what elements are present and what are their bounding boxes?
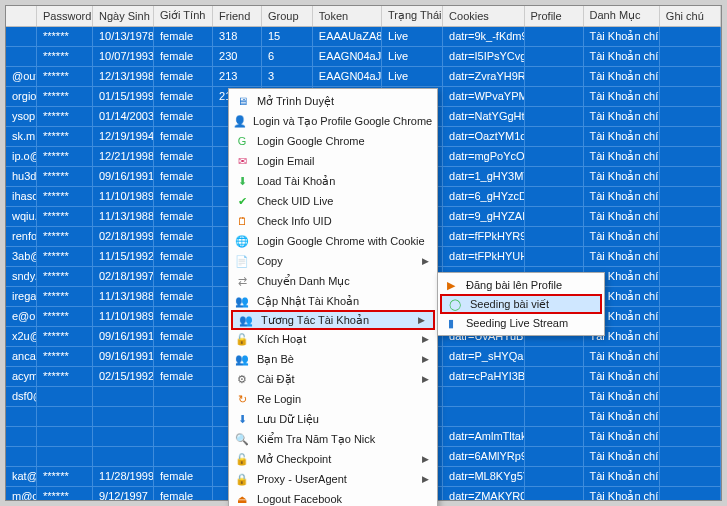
cell[interactable] <box>524 46 583 66</box>
cell[interactable]: ip.o@... <box>6 146 37 166</box>
menu-item[interactable]: 🔓Kích Hoạt▶ <box>229 329 437 349</box>
cell[interactable] <box>6 426 37 446</box>
menu-item[interactable]: ✉Login Email <box>229 151 437 171</box>
cell[interactable]: Tài Khoản chính <box>583 446 659 466</box>
cell[interactable]: datr=P_sHYQaH... <box>443 346 524 366</box>
table-row[interactable]: ******10/07/1993female2306EAAGN04aJr2w..… <box>6 46 721 66</box>
cell[interactable]: female <box>154 166 213 186</box>
cell[interactable] <box>37 446 93 466</box>
cell[interactable]: female <box>154 66 213 86</box>
cell[interactable]: 01/15/1999 <box>93 86 154 106</box>
cell[interactable]: 01/14/2003 <box>93 106 154 126</box>
cell[interactable]: female <box>154 486 213 501</box>
menu-item[interactable]: 👥Tương Tác Tài Khoản▶ <box>231 310 435 330</box>
cell[interactable]: Tài Khoản chính <box>583 386 659 406</box>
cell[interactable]: ****** <box>37 186 93 206</box>
cell[interactable]: acymf... <box>6 366 37 386</box>
cell[interactable] <box>93 406 154 426</box>
cell[interactable]: ****** <box>37 166 93 186</box>
cell[interactable] <box>659 406 720 426</box>
cell[interactable]: 230 <box>213 46 262 66</box>
cell[interactable]: female <box>154 146 213 166</box>
cell[interactable]: ****** <box>37 466 93 486</box>
cell[interactable]: 10/07/1993 <box>93 46 154 66</box>
cell[interactable]: EAAGN04aJr2w... <box>312 66 381 86</box>
cell[interactable]: datr=AmlmTltak0s... <box>443 426 524 446</box>
cell[interactable]: Tài Khoản chính <box>583 186 659 206</box>
cell[interactable]: datr=cPaHYI3Bf... <box>443 366 524 386</box>
cell[interactable]: m@ou... <box>6 486 37 501</box>
cell[interactable]: ****** <box>37 306 93 326</box>
cell[interactable] <box>524 66 583 86</box>
cell[interactable] <box>659 466 720 486</box>
table-row[interactable]: ******10/13/1978female31815EAAAUaZA8jlA.… <box>6 26 721 46</box>
cell[interactable] <box>6 26 37 46</box>
cell[interactable]: female <box>154 86 213 106</box>
cell[interactable]: ****** <box>37 46 93 66</box>
cell[interactable]: datr=I5IPsYCvgC... <box>443 46 524 66</box>
cell[interactable]: Tài Khoản chính <box>583 246 659 266</box>
cell[interactable]: ****** <box>37 286 93 306</box>
cell[interactable] <box>524 86 583 106</box>
cell[interactable]: female <box>154 266 213 286</box>
cell[interactable] <box>6 46 37 66</box>
cell[interactable] <box>524 246 583 266</box>
menu-item[interactable]: ▶Đăng bài lên Profile <box>438 275 604 295</box>
menu-item[interactable]: ⬇Load Tài Khoản <box>229 171 437 191</box>
cell[interactable] <box>659 86 720 106</box>
cell[interactable] <box>6 446 37 466</box>
cell[interactable]: Tài Khoản chính <box>583 106 659 126</box>
cell[interactable]: Tài Khoản chính <box>583 466 659 486</box>
cell[interactable]: 02/18/1997 <box>93 266 154 286</box>
cell[interactable]: 213 <box>213 66 262 86</box>
cell[interactable]: datr=6_gHYzcD9... <box>443 186 524 206</box>
cell[interactable]: 02/15/1992 <box>93 366 154 386</box>
cell[interactable]: datr=OaztYM1cP... <box>443 126 524 146</box>
cell[interactable] <box>524 226 583 246</box>
cell[interactable]: Tài Khoản chính <box>583 66 659 86</box>
cell[interactable]: datr=ZMAKYR0-I... <box>443 486 524 501</box>
menu-item[interactable]: GLogin Google Chrome <box>229 131 437 151</box>
cell[interactable]: Tài Khoản chính <box>583 26 659 46</box>
cell[interactable] <box>154 406 213 426</box>
cell[interactable] <box>93 386 154 406</box>
cell[interactable]: 3 <box>261 66 312 86</box>
cell[interactable]: Tài Khoản chính <box>583 406 659 426</box>
cell[interactable] <box>524 486 583 501</box>
cell[interactable]: female <box>154 246 213 266</box>
menu-item[interactable]: 🔓Mở Checkpoint▶ <box>229 449 437 469</box>
cell[interactable]: datr=tFPkHYUHf... <box>443 246 524 266</box>
cell[interactable] <box>659 446 720 466</box>
cell[interactable]: female <box>154 106 213 126</box>
cell[interactable] <box>659 226 720 246</box>
cell[interactable]: 11/15/1992 <box>93 246 154 266</box>
column-header[interactable]: Cookies <box>443 6 524 26</box>
menu-item[interactable]: ▮Seeding Live Stream <box>438 313 604 333</box>
column-header[interactable]: Trạng Thái <box>382 6 443 26</box>
cell[interactable] <box>524 386 583 406</box>
cell[interactable]: 12/13/1998 <box>93 66 154 86</box>
cell[interactable]: Tài Khoản chính <box>583 366 659 386</box>
cell[interactable]: ****** <box>37 226 93 246</box>
cell[interactable]: Live <box>382 66 443 86</box>
cell[interactable] <box>659 106 720 126</box>
cell[interactable]: 318 <box>213 26 262 46</box>
cell[interactable]: 11/28/1999 <box>93 466 154 486</box>
column-header[interactable]: Friend <box>213 6 262 26</box>
cell[interactable]: ****** <box>37 246 93 266</box>
cell[interactable]: ****** <box>37 486 93 501</box>
context-menu-main[interactable]: 🖥Mở Trình Duyệt👤Login và Tạo Profile Goo… <box>228 88 438 506</box>
cell[interactable] <box>37 426 93 446</box>
cell[interactable] <box>524 126 583 146</box>
column-header[interactable]: Danh Mục <box>583 6 659 26</box>
cell[interactable]: ****** <box>37 366 93 386</box>
cell[interactable]: female <box>154 186 213 206</box>
cell[interactable]: female <box>154 226 213 246</box>
cell[interactable]: 12/19/1994 <box>93 126 154 146</box>
cell[interactable] <box>659 126 720 146</box>
cell[interactable] <box>659 346 720 366</box>
cell[interactable]: Tài Khoản chính <box>583 426 659 446</box>
cell[interactable] <box>524 26 583 46</box>
menu-item[interactable]: ⬇Lưu Dữ Liệu <box>229 409 437 429</box>
menu-item[interactable]: ⚙Cài Đặt▶ <box>229 369 437 389</box>
